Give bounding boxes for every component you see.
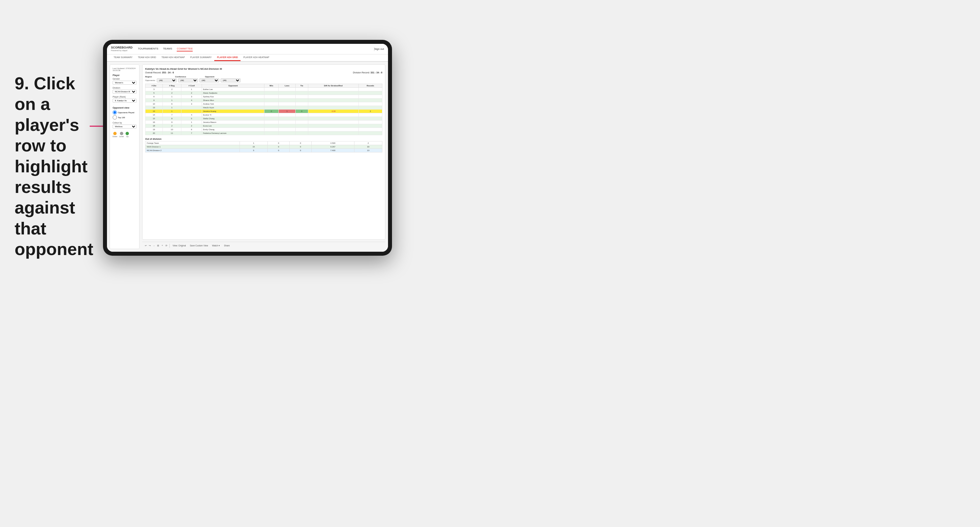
out-cell-0: Foreign Team [145,141,240,145]
cell-5 [279,91,296,95]
undo-icon[interactable]: ↩ [145,244,147,247]
cell-2: 3 [181,102,202,106]
copy-icon[interactable]: ⊞ [157,244,159,247]
radio-opponents-played-label: Opponents Played [118,111,134,114]
cell-2: 5 [181,117,202,121]
cell-4 [264,128,278,132]
cell-4 [264,91,278,95]
dot-level-label: Level [119,135,124,138]
tab-team-h2h-grid[interactable]: TEAM H2H GRID [135,54,159,61]
out-table-row[interactable]: NCAA Division 25007.40010 [145,149,382,152]
opponent-filter-label: Opponent [205,76,225,78]
cell-2 [181,106,202,110]
opponent-view: Opponent view Opponents Played Top 100 [113,106,137,119]
cell-4 [264,102,278,106]
cell-0: 15 [145,117,163,121]
cell-8 [358,88,382,91]
table-row[interactable]: 19106Emily Chang [145,128,382,132]
annotation-body: Click on a player's row to highlight res… [14,74,93,259]
cell-6 [295,121,308,124]
nav-teams[interactable]: TEAMS [163,46,172,51]
table-row[interactable]: 914Sharon Mun [145,98,382,102]
colour-section: Colour by Win/loss Down Level [113,122,137,138]
opponents-select[interactable]: (All) [157,78,177,83]
table-row[interactable]: 522Alexis Sudjianto [145,91,382,95]
table-row[interactable]: 321Esther Lee [145,88,382,91]
logo-text: SCOREBOARD [111,46,132,49]
out-table-row[interactable]: Foreign Team1004.5002 [145,141,382,145]
colour-select[interactable]: Win/loss [113,125,137,129]
table-row[interactable]: 1585Stella Chang [145,117,382,121]
refresh-icon[interactable]: ⟳ [165,244,167,247]
region-select[interactable]: (All) [178,78,198,83]
radio-opponents-played-input[interactable] [113,110,117,114]
out-cell-2: 0 [268,145,290,149]
out-cell-5: 10 [354,149,382,152]
nav-tournaments[interactable]: TOURNAMENTS [138,46,159,51]
table-row[interactable]: 1691Jessica Mason [145,121,382,124]
table-row[interactable]: 1474Eunice Yi [145,113,382,117]
tab-player-summary[interactable]: PLAYER SUMMARY [188,54,215,61]
table-row[interactable]: 20117Federica Domecq Lacroze [145,132,382,135]
overall-record-value: 353 - 34 - 6 [162,71,174,74]
record-row: Overall Record: 353 - 34 - 6 Division Re… [145,71,382,74]
tab-team-h2h-heatmap[interactable]: TEAM H2H HEATMAP [159,54,188,61]
player-rank-select[interactable]: 8. Katelyn Vo [113,98,137,103]
division-select[interactable]: NCAA Division III [113,90,137,94]
table-row[interactable]: 131HeeJo Hyun [145,106,382,110]
watch-button[interactable]: Watch ▾ [211,244,221,248]
table-row[interactable]: 1063Andrea York [145,102,382,106]
forward-icon[interactable]: → [153,244,155,247]
cell-1: 1 [162,95,181,98]
conference-select[interactable]: (All) [199,78,219,83]
cell-3: Jessica Mason [202,121,264,124]
cell-7 [308,121,358,124]
radio-top100-input[interactable] [113,115,117,119]
table-row[interactable]: 613Sydney Kuo [145,95,382,98]
cell-1: 10 [162,128,181,132]
cell-3: Stella Chang [202,117,264,121]
add-icon[interactable]: ＋ [161,244,164,247]
main-content: Last Updated: 27/03/2024 16:55:38 Player… [107,62,388,252]
cell-1: 1 [162,98,181,102]
col-win: Win [264,84,278,88]
gender-select[interactable]: Women's [113,81,137,85]
cell-5 [279,98,296,102]
cell-8 [358,132,382,135]
out-table-row[interactable]: NAIA Division 115009.26730 [145,145,382,149]
division-record-value: 331 - 34 - 6 [371,71,382,74]
tab-team-summary[interactable]: TEAM SUMMARY [111,54,135,61]
share-button[interactable]: Share [223,244,231,247]
sign-out-button[interactable]: Sign out [374,48,384,51]
out-cell-3: 0 [290,145,312,149]
cell-8 [358,121,382,124]
cell-3: Eunice Yi [202,113,264,117]
table-row[interactable]: 1822Euna Lee [145,124,382,128]
cell-3: Esther Lee [202,88,264,91]
redo-icon[interactable]: ↪ [149,244,151,247]
cell-4 [264,124,278,128]
save-custom-button[interactable]: Save Custom View [189,244,209,247]
cell-7 [308,124,358,128]
tab-player-h2h-heatmap[interactable]: PLAYER H2H HEATMAP [240,54,272,61]
nav-committee[interactable]: COMMITTEE [177,46,192,51]
subnav: TEAM SUMMARY TEAM H2H GRID TEAM H2H HEAT… [107,54,388,62]
cell-0: 20 [145,132,163,135]
cell-5 [279,124,296,128]
cell-5 [279,128,296,132]
out-of-division-title: Out of division [145,138,382,140]
cell-8 [358,106,382,110]
cell-7 [308,102,358,106]
table-row[interactable]: 131Jessica Huang010-3.002 [145,110,382,113]
view-original-button[interactable]: View: Original [172,244,187,247]
cell-2: 7 [181,132,202,135]
cell-8 [358,113,382,117]
colour-dots: Down Level Up [113,132,137,138]
logo-sub: Powered by clippd [111,49,132,52]
cell-2 [181,110,202,113]
tablet-frame: SCOREBOARD Powered by clippd TOURNAMENTS… [103,40,392,256]
tab-player-h2h-grid[interactable]: PLAYER H2H GRID [214,54,240,61]
opponent-select[interactable]: (All) [221,78,240,83]
cell-2: 2 [181,124,202,128]
tablet-screen: SCOREBOARD Powered by clippd TOURNAMENTS… [107,44,388,252]
